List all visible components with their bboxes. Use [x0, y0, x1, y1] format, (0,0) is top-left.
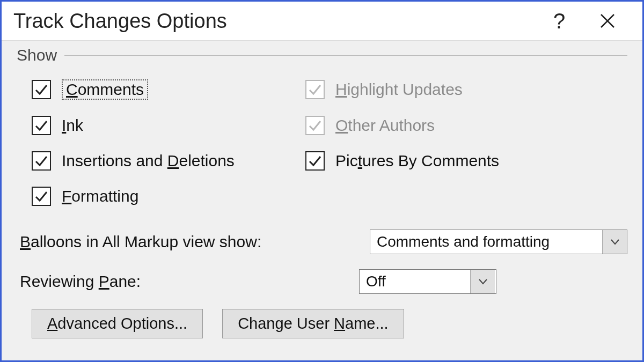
- reviewing-pane-row: Reviewing Pane: Off: [20, 269, 627, 294]
- reviewing-pane-combobox[interactable]: Off: [359, 269, 496, 294]
- show-checkbox-grid: Comments Highlight Updates Ink Other Aut…: [32, 79, 627, 206]
- checkbox-comments[interactable]: [32, 80, 51, 99]
- checkbox-highlight-updates: [305, 80, 325, 99]
- balloons-label: Balloons in All Markup view show:: [20, 233, 261, 251]
- change-user-name-button[interactable]: Change User Name...: [222, 309, 404, 338]
- balloons-combobox[interactable]: Comments and formatting: [370, 230, 627, 254]
- section-rule: [64, 55, 627, 56]
- reviewing-pane-combobox-value: Off: [360, 270, 470, 293]
- checkmark-icon: [34, 189, 48, 203]
- checkmark-icon: [308, 83, 322, 97]
- titlebar: Track Changes Options ?: [2, 2, 642, 41]
- chevron-down-icon: [478, 278, 488, 285]
- checkbox-row-formatting: Formatting: [32, 187, 305, 206]
- checkbox-other-authors: [305, 116, 325, 135]
- dialog-title: Track Changes Options: [13, 10, 535, 33]
- checkbox-row-insertions-deletions: Insertions and Deletions: [32, 151, 305, 171]
- advanced-options-button[interactable]: Advanced Options...: [32, 309, 203, 338]
- close-button[interactable]: [583, 6, 632, 36]
- chevron-down-icon: [610, 239, 620, 245]
- close-icon: [599, 13, 616, 29]
- checkbox-label-comments: Comments: [62, 79, 148, 100]
- button-row: Advanced Options... Change User Name...: [32, 309, 627, 338]
- checkmark-icon: [308, 154, 322, 168]
- dialog-body: Show Comments Highlight Updates I: [2, 41, 642, 360]
- reviewing-pane-label: Reviewing Pane:: [20, 272, 352, 291]
- checkbox-label-insertions-deletions: Insertions and Deletions: [62, 152, 235, 170]
- checkbox-row-comments: Comments: [32, 79, 305, 100]
- balloons-combobox-value: Comments and formatting: [370, 230, 602, 254]
- checkbox-label-pictures-by-comments: Pictures By Comments: [335, 152, 499, 170]
- track-changes-options-dialog: Track Changes Options ? Show Comments: [0, 0, 644, 362]
- balloons-row: Balloons in All Markup view show: Commen…: [20, 230, 627, 254]
- section-label-show: Show: [17, 46, 57, 64]
- checkmark-icon: [308, 119, 322, 132]
- help-button[interactable]: ?: [535, 6, 583, 36]
- checkbox-label-highlight-updates: Highlight Updates: [335, 80, 463, 99]
- checkbox-label-formatting: Formatting: [62, 187, 138, 205]
- checkbox-row-other-authors: Other Authors: [305, 116, 627, 135]
- checkbox-label-other-authors: Other Authors: [335, 116, 435, 135]
- checkbox-label-ink: Ink: [62, 116, 83, 135]
- section-header-show: Show: [17, 46, 627, 64]
- checkbox-ink[interactable]: [32, 116, 51, 135]
- checkbox-formatting[interactable]: [32, 187, 51, 206]
- checkmark-icon: [34, 83, 48, 97]
- checkbox-pictures-by-comments[interactable]: [305, 151, 325, 171]
- reviewing-pane-combobox-arrow: [470, 270, 495, 293]
- checkbox-row-pictures-by-comments: Pictures By Comments: [305, 151, 627, 171]
- checkbox-row-ink: Ink: [32, 116, 305, 135]
- checkmark-icon: [34, 119, 48, 132]
- balloons-combobox-arrow: [602, 230, 627, 254]
- checkmark-icon: [34, 154, 48, 168]
- checkbox-row-highlight-updates: Highlight Updates: [305, 79, 627, 100]
- checkbox-insertions-deletions[interactable]: [32, 151, 51, 171]
